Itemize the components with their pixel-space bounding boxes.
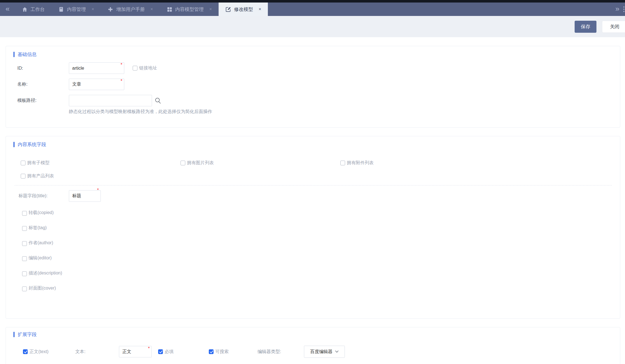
extension-fields-card: 扩展字段 正文(text) 文本: * 必填 可搜索 编辑器类型: <box>6 327 620 364</box>
checkbox-box[interactable] <box>158 349 163 354</box>
checkbox-label: 链接地址 <box>139 65 157 71</box>
tab-label: 增加用户手册 <box>116 6 145 13</box>
section-title-basic: 基础信息 <box>6 46 620 58</box>
text-field-checkbox[interactable]: 正文(text) <box>23 349 48 355</box>
checkbox-label: 必填 <box>165 349 174 355</box>
tab-overflow-menu-icon[interactable] <box>623 3 625 16</box>
id-label: ID: <box>17 66 69 71</box>
section-title-bar <box>13 52 15 57</box>
editor-checkbox[interactable]: 编辑(editor) <box>22 254 52 262</box>
template-path-input-wrap <box>69 95 152 106</box>
tab-label: 内容管理 <box>67 6 86 13</box>
search-icon[interactable] <box>155 97 162 104</box>
editor-type-value: 百度编辑器 <box>310 349 333 355</box>
has-attachment-list-checkbox[interactable]: 拥有附件列表 <box>340 160 620 166</box>
checkbox-box[interactable] <box>22 286 27 291</box>
dashed-divider <box>15 185 612 185</box>
description-checkbox[interactable]: 描述(description) <box>22 269 62 277</box>
list-item: 描述(description) <box>22 266 64 281</box>
id-input-wrap: * <box>69 62 124 74</box>
edit-icon <box>225 6 231 12</box>
tag-checkbox[interactable]: 标签(tag) <box>22 224 47 231</box>
list-item: 封面图(cover) <box>22 281 64 296</box>
checkbox-label: 作者(author) <box>29 239 53 246</box>
book-icon <box>58 6 64 12</box>
checkbox-box[interactable] <box>22 241 27 246</box>
feature-checkbox-grid: 拥有子模型 拥有图片列表 拥有附件列表 拥有产品列表 <box>6 160 620 179</box>
editor-type-select[interactable]: 百度编辑器 <box>304 346 345 358</box>
checkbox-label: 拥有子模型 <box>27 160 50 166</box>
checkbox-box[interactable] <box>22 271 27 276</box>
close-icon[interactable]: × <box>92 7 94 12</box>
link-address-checkbox[interactable]: 链接地址 <box>133 65 157 71</box>
tab-label: 工作台 <box>31 6 45 13</box>
searchable-checkbox[interactable]: 可搜索 <box>209 349 229 355</box>
text-input[interactable] <box>119 346 152 358</box>
checkbox-box[interactable] <box>133 66 137 71</box>
extension-field-row: 正文(text) 文本: * 必填 可搜索 编辑器类型: 百度编辑器 <box>6 344 620 359</box>
id-input[interactable] <box>69 62 124 74</box>
checkbox-box[interactable] <box>209 349 214 354</box>
checkbox-label: 拥有附件列表 <box>347 160 374 166</box>
copied-checkbox[interactable]: 转载(copied) <box>22 209 54 216</box>
close-icon[interactable]: × <box>209 7 212 12</box>
list-item: 标签(tag) <box>22 220 64 235</box>
plus-icon <box>107 6 113 12</box>
page-content: 基础信息 ID: * 链接地址 名称: * 模板路径: <box>0 37 625 364</box>
tabbar-right-controls: » <box>615 3 625 16</box>
checkbox-label: 封面图(cover) <box>29 284 56 292</box>
home-icon <box>22 6 28 12</box>
grid-icon <box>167 6 172 12</box>
author-checkbox[interactable]: 作者(author) <box>22 239 53 246</box>
required-marker: * <box>148 346 150 351</box>
list-item: 作者(author) <box>22 235 64 250</box>
section-title-text: 基础信息 <box>18 51 37 58</box>
close-icon[interactable]: × <box>259 7 261 12</box>
checkbox-box[interactable] <box>22 226 27 231</box>
title-field-label: 标题字段(title): <box>18 193 69 199</box>
section-title-bar <box>13 142 15 147</box>
checkbox-box[interactable] <box>181 161 185 165</box>
tab-bar: « 工作台 内容管理 × 增加用户手册 × 内容模型管理 × 修改模型 × <box>0 3 625 16</box>
section-title-bar <box>13 332 15 337</box>
checkbox-box[interactable] <box>340 161 345 165</box>
list-item: 转载(copied) <box>22 205 64 220</box>
optional-field-list: 转载(copied) 标签(tag) 作者(author) 编辑(editor) <box>22 205 620 296</box>
checkbox-label: 标签(tag) <box>29 224 47 231</box>
cover-checkbox[interactable]: 封面图(cover) <box>22 284 56 292</box>
checkbox-label: 描述(description) <box>29 269 62 277</box>
has-submodel-checkbox[interactable]: 拥有子模型 <box>21 160 181 166</box>
tab-add-user-manual[interactable]: 增加用户手册 × <box>101 3 160 16</box>
save-button[interactable]: 保存 <box>575 21 596 33</box>
required-marker: * <box>97 188 99 192</box>
tab-content-management[interactable]: 内容管理 × <box>52 3 101 16</box>
tab-content-model-management[interactable]: 内容模型管理 × <box>160 3 219 16</box>
checkbox-box[interactable] <box>21 161 25 165</box>
basic-info-card: 基础信息 ID: * 链接地址 名称: * 模板路径: <box>6 46 620 128</box>
checkbox-box[interactable] <box>22 256 27 261</box>
name-label: 名称: <box>17 81 69 87</box>
checkbox-box[interactable] <box>22 211 27 216</box>
required-marker: * <box>121 63 122 67</box>
tab-workbench[interactable]: 工作台 <box>15 3 52 16</box>
expand-tabs-button[interactable]: » <box>615 5 619 13</box>
has-product-list-checkbox[interactable]: 拥有产品列表 <box>21 173 181 179</box>
title-field-input[interactable] <box>69 190 101 202</box>
has-image-list-checkbox[interactable]: 拥有图片列表 <box>181 160 340 166</box>
list-item: 编辑(editor) <box>22 250 64 266</box>
required-checkbox[interactable]: 必填 <box>158 349 174 355</box>
close-icon[interactable]: × <box>150 7 153 12</box>
close-button[interactable]: 关闭 <box>602 21 625 33</box>
checkbox-label: 正文(text) <box>29 349 48 355</box>
text-label: 文本: <box>75 349 85 355</box>
section-title-text: 内容系统字段 <box>18 141 46 148</box>
title-field-row: 标题字段(title): * <box>18 190 620 202</box>
checkbox-box[interactable] <box>21 174 25 179</box>
collapse-tabs-button[interactable]: « <box>0 3 15 16</box>
checkbox-box[interactable] <box>23 349 28 354</box>
tab-modify-model[interactable]: 修改模型 × <box>219 3 268 16</box>
name-input-wrap: * <box>69 79 124 90</box>
chevron-down-icon <box>335 351 339 353</box>
template-path-input[interactable] <box>69 95 152 106</box>
name-input[interactable] <box>69 79 124 90</box>
